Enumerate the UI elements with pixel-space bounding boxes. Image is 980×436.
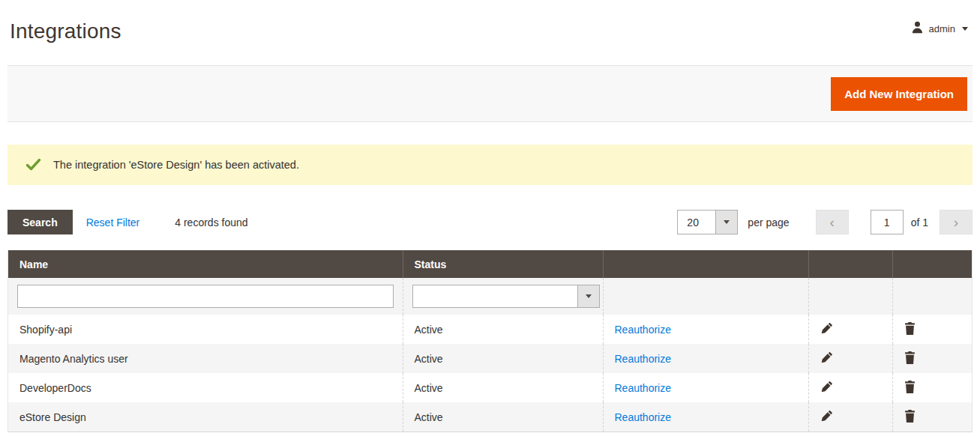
dropdown-arrow-icon[interactable]	[715, 211, 737, 234]
table-row[interactable]: Magento Analytics user Active Reauthoriz…	[8, 344, 972, 373]
admin-user-menu[interactable]: admin	[911, 21, 968, 36]
edit-icon[interactable]	[820, 410, 833, 423]
delete-icon[interactable]	[904, 322, 917, 335]
integration-status: Active	[403, 344, 603, 373]
integration-status: Active	[403, 373, 603, 402]
table-row[interactable]: DeveloperDocs Active Reauthorize	[8, 373, 972, 402]
integration-name: Magento Analytics user	[8, 344, 403, 373]
grid-header-row: Name Status	[8, 250, 972, 278]
page-title: Integrations	[10, 19, 121, 43]
success-message-text: The integration 'eStore Design' has been…	[53, 159, 299, 171]
integration-status: Active	[403, 402, 603, 432]
grid-controls: Search Reset Filter 4 records found 20 p…	[7, 210, 973, 234]
chevron-down-icon	[962, 27, 968, 31]
table-row[interactable]: Shopify-api Active Reauthorize	[8, 315, 972, 344]
column-header-name[interactable]: Name	[8, 250, 403, 278]
checkmark-icon	[25, 158, 41, 172]
edit-icon[interactable]	[820, 322, 833, 335]
previous-page-button[interactable]: ‹	[816, 210, 849, 234]
integrations-grid: Name Status Shopify-api Ac	[7, 250, 973, 432]
grid-filter-row	[8, 278, 972, 315]
user-icon	[911, 21, 924, 36]
column-header-delete	[892, 250, 972, 278]
next-page-button[interactable]: ›	[940, 210, 973, 234]
edit-icon[interactable]	[820, 351, 833, 364]
success-message: The integration 'eStore Design' has been…	[7, 145, 973, 185]
status-filter-select[interactable]	[412, 285, 600, 308]
total-pages-label: of 1	[911, 217, 928, 228]
pagination: 20 per page ‹ of 1 ›	[677, 210, 973, 234]
name-filter-input[interactable]	[17, 285, 394, 308]
add-new-integration-button[interactable]: Add New Integration	[831, 77, 967, 111]
page-header: Integrations admin	[0, 0, 980, 65]
delete-icon[interactable]	[904, 351, 917, 364]
table-row[interactable]: eStore Design Active Reauthorize	[8, 402, 972, 432]
delete-icon[interactable]	[904, 410, 917, 423]
reset-filter-link[interactable]: Reset Filter	[86, 217, 140, 228]
column-header-reauthorize	[603, 250, 808, 278]
per-page-select[interactable]: 20	[677, 210, 738, 234]
delete-icon[interactable]	[904, 381, 917, 393]
reauthorize-link[interactable]: Reauthorize	[615, 411, 672, 423]
reauthorize-link[interactable]: Reauthorize	[615, 382, 672, 394]
page-actions-toolbar: Add New Integration	[7, 65, 973, 122]
username-label: admin	[929, 23, 955, 34]
integration-status: Active	[403, 315, 603, 344]
records-found-label: 4 records found	[175, 217, 247, 228]
reauthorize-link[interactable]: Reauthorize	[615, 324, 672, 336]
integration-name: eStore Design	[8, 402, 403, 432]
integration-name: DeveloperDocs	[8, 373, 403, 402]
edit-icon[interactable]	[820, 381, 833, 393]
column-header-edit	[808, 250, 892, 278]
per-page-label: per page	[748, 217, 789, 228]
reauthorize-link[interactable]: Reauthorize	[615, 353, 672, 365]
column-header-status[interactable]: Status	[403, 250, 603, 278]
dropdown-arrow-icon[interactable]	[577, 285, 599, 307]
per-page-value: 20	[678, 211, 715, 234]
search-button[interactable]: Search	[7, 210, 73, 234]
current-page-input[interactable]	[871, 210, 904, 234]
integration-name: Shopify-api	[8, 315, 403, 344]
